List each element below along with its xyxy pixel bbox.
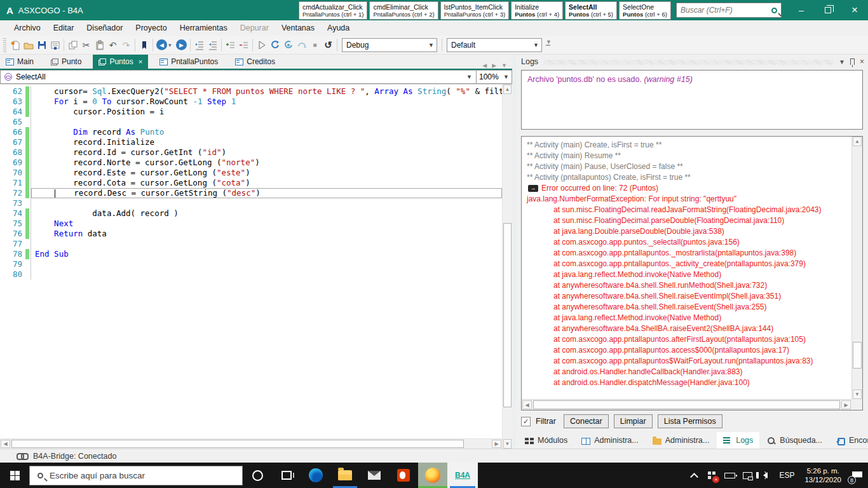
code-text[interactable]: data.Add( record ) [31, 208, 502, 219]
log-horizontal-scrollbar[interactable]: ◀ ▶ [522, 399, 851, 410]
tab-administrador-archivos[interactable]: Administra... [646, 432, 715, 449]
code-line-66[interactable]: 66 Dim record As Punto [0, 127, 502, 137]
log-vertical-scrollbar[interactable]: ▲ ▼ [851, 137, 862, 399]
tab-creditos[interactable]: Creditos [229, 55, 281, 69]
paste-icon[interactable] [93, 38, 106, 52]
code-line-67[interactable]: 67 record.Initialize [0, 137, 502, 147]
menu-ayuda[interactable]: Ayuda [321, 22, 356, 34]
tab-scroll-right-icon[interactable]: ▶ [492, 62, 496, 69]
line-number[interactable]: 69 [0, 158, 25, 168]
code-text[interactable] [31, 198, 502, 208]
open-file-icon[interactable] [22, 38, 35, 52]
permissions-list-button[interactable]: Lista Permisos [658, 414, 722, 428]
code-text[interactable]: record.Id = cursor.GetInt ("id") [31, 147, 502, 158]
indent-icon[interactable] [193, 38, 206, 52]
tray-expand-button[interactable] [685, 463, 703, 488]
task-view-button[interactable] [272, 463, 301, 488]
code-line-64[interactable]: 64 cursor.Position = i [0, 107, 502, 117]
quicknav-cmdeliminar-click[interactable]: cmdEliminar_Click PntallaPuntos (ctrl + … [369, 1, 438, 20]
code-line-62[interactable]: 62 cursor= Sql.ExecQuery2("SELECT * FROM… [0, 86, 502, 97]
scrollbar-thumb[interactable] [503, 223, 512, 407]
code-text[interactable]: cursor= Sql.ExecQuery2("SELECT * FROM pu… [31, 86, 508, 97]
taskbar-search-input[interactable]: Escribe aquí para buscar [29, 466, 243, 485]
close-tab-icon[interactable]: × [139, 58, 142, 65]
tab-punto[interactable]: Punto [45, 55, 87, 69]
line-number[interactable]: 77 [0, 239, 25, 249]
restore-button[interactable] [815, 0, 841, 20]
scroll-up-icon[interactable]: ▲ [853, 137, 862, 146]
code-text[interactable]: record.Initialize [31, 137, 502, 147]
code-text[interactable]: record.Este = cursor.GetLong ("este") [31, 168, 502, 178]
line-number[interactable]: 76 [0, 229, 25, 239]
scrollbar-thumb[interactable] [853, 342, 862, 369]
tab-list-dropdown-icon[interactable]: ▼ [501, 62, 507, 69]
code-line-63[interactable]: 63 For i = 0 To cursor.RowCount -1 Step … [0, 97, 502, 107]
run-icon[interactable] [255, 38, 268, 52]
line-number[interactable]: 63 [0, 97, 25, 107]
bookmark-icon[interactable] [137, 38, 151, 52]
new-file-icon[interactable]: ✱ [8, 38, 22, 52]
stop-icon[interactable]: ■ [308, 38, 322, 52]
code-line-69[interactable]: 69 record.Norte = cursor.GetLong ("norte… [0, 158, 502, 168]
quicknav-selectall[interactable]: SelectAll Puntos (ctrl + 5) [565, 1, 617, 20]
line-number[interactable]: 71 [0, 178, 25, 188]
line-number[interactable]: 64 [0, 107, 25, 117]
zoom-combobox[interactable]: 100% ▼ [477, 70, 512, 84]
minimize-button[interactable]: – [788, 0, 815, 20]
code-line-75[interactable]: 75 Next [0, 219, 502, 229]
code-text[interactable] [31, 117, 502, 127]
step-into-icon[interactable] [281, 38, 295, 52]
code-line-73[interactable]: 73 [0, 198, 502, 208]
clear-button[interactable]: Limpiar [614, 414, 653, 428]
cortana-button[interactable] [243, 463, 272, 488]
scroll-down-icon[interactable]: ▼ [853, 390, 862, 399]
edge-button[interactable] [301, 463, 330, 488]
resume-icon[interactable] [268, 38, 281, 52]
restart-icon[interactable]: ↺ [322, 38, 335, 52]
code-text[interactable]: cursor.Position = i [31, 107, 502, 117]
menu-herramientas[interactable]: Herramientas [173, 22, 234, 34]
navigate-back-icon[interactable]: ◀ [155, 38, 168, 52]
tab-scroll-left-icon[interactable]: ◀ [482, 62, 487, 69]
export-project-icon[interactable] [48, 38, 62, 52]
menu-editar[interactable]: Editar [47, 22, 81, 34]
scroll-right-icon[interactable]: ▶ [841, 400, 851, 409]
connect-button[interactable]: Conectar [564, 414, 609, 428]
code-text[interactable]: Return data [31, 229, 502, 239]
code-line-76[interactable]: 76 Return data [0, 229, 502, 239]
copy-icon[interactable] [66, 38, 79, 52]
code-line-72[interactable]: 72 record.Desc = cursor.GetString ("desc… [0, 188, 502, 198]
tab-administrador-librerias[interactable]: Administra... [575, 432, 644, 449]
tab-logs[interactable]: Logs [717, 432, 759, 449]
line-number[interactable]: 75 [0, 219, 25, 229]
quicknav-initialize[interactable]: Initialize Puntos (ctrl + 4) [511, 1, 563, 20]
scroll-left-icon[interactable]: ◀ [1, 440, 10, 448]
line-number[interactable]: 68 [0, 147, 25, 158]
scrollbar-thumb[interactable] [533, 400, 840, 409]
tab-encontrar-todo[interactable]: Encontrar to... [830, 432, 868, 449]
step-over-icon[interactable] [295, 38, 308, 52]
tab-puntos[interactable]: Puntos× [93, 55, 148, 69]
line-number[interactable]: 67 [0, 137, 25, 147]
firefox-button[interactable] [418, 463, 447, 488]
line-number[interactable]: 73 [0, 198, 25, 208]
code-text[interactable] [31, 239, 502, 249]
battery-button[interactable] [721, 463, 738, 488]
line-number[interactable]: 66 [0, 127, 25, 137]
close-button[interactable]: × [841, 0, 868, 20]
tray-app-status[interactable]: × [703, 463, 721, 488]
quicknav-lstpuntos-itemclick[interactable]: lstPuntos_ItemClick PntallaPuntos (ctrl … [440, 1, 509, 20]
toolbar-overflow-icon[interactable]: ▼▔ [546, 39, 552, 51]
code-line-70[interactable]: 70 record.Este = cursor.GetLong ("este") [0, 168, 502, 178]
quicknav-selectone[interactable]: SelectOne Puntos (ctrl + 6) [619, 1, 671, 20]
code-line-77[interactable]: 77 [0, 239, 502, 249]
menu-disenador[interactable]: Diseñador [80, 22, 129, 34]
tab-main[interactable]: Main [0, 55, 39, 69]
navigate-forward-icon[interactable]: ▶ [175, 38, 188, 52]
file-explorer-button[interactable] [330, 463, 360, 488]
cut-icon[interactable]: ✂ [79, 38, 93, 52]
line-number[interactable]: 80 [0, 269, 25, 280]
panel-menu-icon[interactable]: ▼ [839, 58, 845, 65]
code-lines[interactable]: 62 cursor= Sql.ExecQuery2("SELECT * FROM… [0, 85, 502, 438]
b4a-app-button[interactable]: B4A [447, 463, 478, 488]
